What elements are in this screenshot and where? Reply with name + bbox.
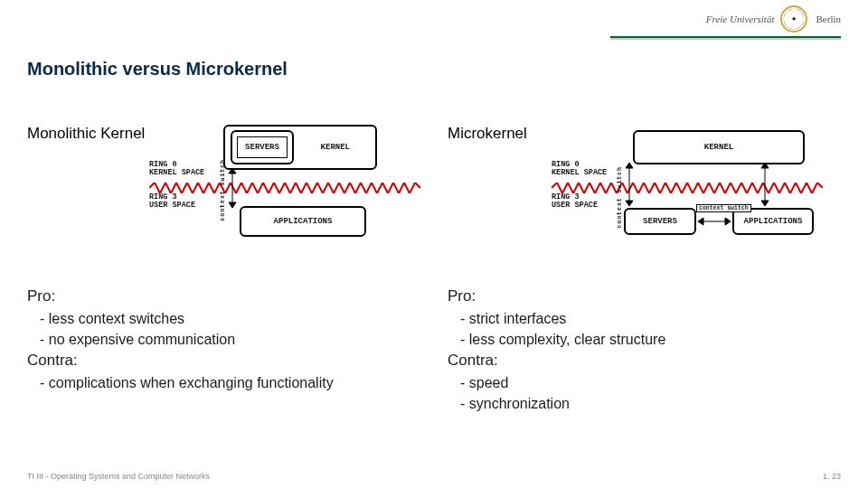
- pro-item: - less complexity, clear structure: [448, 329, 841, 350]
- contra-heading: Contra:: [27, 350, 420, 372]
- context-switch-label: context switch: [220, 159, 226, 221]
- context-switch-horizontal-label: context switch: [696, 204, 751, 212]
- applications-label: APPLICATIONS: [744, 217, 803, 226]
- context-switch-horizontal-arrow-icon: [696, 217, 732, 226]
- header-rule-grey: [610, 38, 841, 40]
- servers-box: SERVERS: [231, 130, 294, 164]
- kernel-box: KERNEL: [633, 130, 805, 164]
- ring0-line2: KERNEL SPACE: [552, 168, 607, 177]
- kernel-label: KERNEL: [321, 143, 368, 152]
- seal-icon: ★: [780, 5, 807, 33]
- diagram-microkernel: RING 0 KERNEL SPACE RING 3 USER SPACE KE…: [552, 123, 823, 258]
- context-switch-arrow-icon: [760, 161, 770, 208]
- contra-item: - synchronization: [448, 393, 841, 414]
- slide-page: Freie Universität ★ Berlin Monolithic ve…: [0, 0, 868, 488]
- pro-item: - no expensive communication: [27, 329, 420, 350]
- ring0-label: RING 0 KERNEL SPACE: [149, 161, 204, 178]
- contra-heading: Contra:: [448, 350, 841, 372]
- contra-item: - speed: [448, 372, 841, 393]
- ring0-line2: KERNEL SPACE: [149, 168, 204, 177]
- footer-left: TI III - Operating Systems and Computer …: [27, 472, 210, 481]
- university-logo: Freie Universität ★ Berlin: [706, 5, 841, 33]
- ring3-label: RING 3 USER SPACE: [552, 193, 598, 211]
- servers-label: SERVERS: [245, 143, 279, 152]
- contra-item: - complications when exchanging function…: [27, 372, 420, 393]
- page-title: Monolithic versus Microkernel: [27, 59, 841, 80]
- column-monolithic: Monolithic Kernel RING 0 KERNEL SPACE RI…: [27, 125, 420, 414]
- content-columns: Monolithic Kernel RING 0 KERNEL SPACE RI…: [27, 125, 841, 414]
- pro-heading: Pro:: [448, 286, 841, 308]
- logo-text-right: Berlin: [816, 14, 842, 24]
- ring0-label: RING 0 KERNEL SPACE: [552, 161, 607, 178]
- servers-inner: SERVERS: [237, 136, 288, 158]
- applications-label: APPLICATIONS: [274, 217, 333, 226]
- pro-heading: Pro:: [27, 286, 420, 308]
- pro-item: - strict interfaces: [448, 308, 841, 329]
- footer-right: 1. 23: [823, 472, 841, 481]
- context-switch-arrow-icon: [624, 161, 635, 208]
- applications-box: APPLICATIONS: [240, 206, 366, 237]
- footer: TI III - Operating Systems and Computer …: [27, 472, 841, 481]
- context-switch-arrow-icon: [227, 166, 238, 210]
- column-microkernel: Microkernel RING 0 KERNEL SPACE RING 3 U…: [448, 125, 841, 414]
- ring3-line2: USER SPACE: [149, 201, 195, 210]
- procon-microkernel: Pro: - strict interfaces - less complexi…: [448, 286, 841, 414]
- servers-box: SERVERS: [624, 208, 696, 235]
- pro-item: - less context switches: [27, 308, 420, 329]
- context-switch-vertical-label: context switch: [617, 166, 623, 229]
- procon-monolithic: Pro: - less context switches - no expens…: [27, 286, 420, 393]
- servers-label: SERVERS: [643, 217, 677, 226]
- ring3-line2: USER SPACE: [552, 201, 598, 210]
- ring-boundary-zigzag: [149, 183, 420, 193]
- kernel-label: KERNEL: [704, 143, 733, 152]
- diagram-monolithic: RING 0 KERNEL SPACE RING 3 USER SPACE KE…: [149, 123, 420, 258]
- ring3-label: RING 3 USER SPACE: [149, 193, 195, 211]
- logo-text-left: Freie Universität: [706, 14, 775, 24]
- ring-boundary-zigzag: [552, 183, 823, 193]
